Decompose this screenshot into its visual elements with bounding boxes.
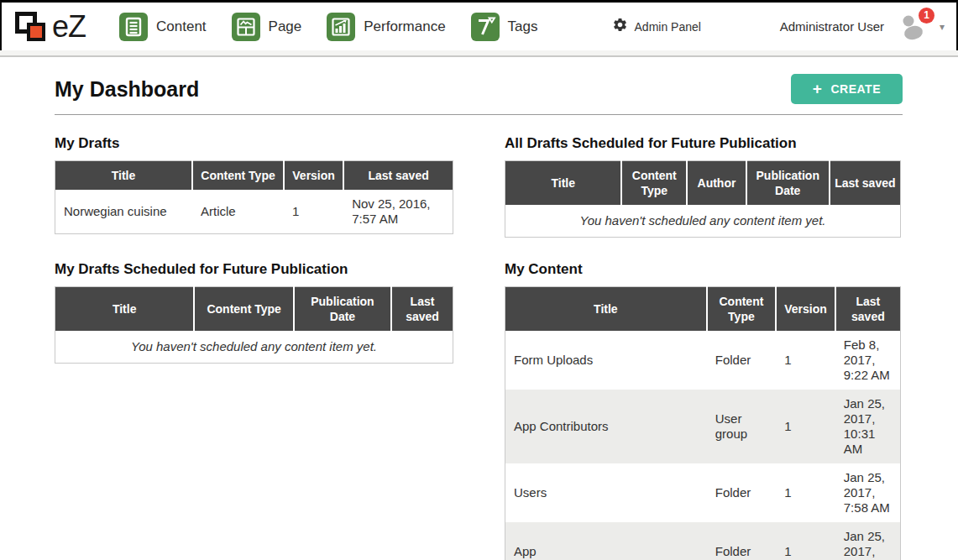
cell: Jan 25, 2017, 7:58 AM [835, 463, 901, 522]
notification-badge[interactable]: 1 [919, 8, 934, 24]
section-title-my-drafts-scheduled: My Drafts Scheduled for Future Publicati… [55, 261, 453, 278]
tags-icon [471, 13, 500, 41]
cell: 1 [776, 463, 835, 522]
table-row[interactable]: App ContributorsUser group1Jan 25, 2017,… [505, 390, 901, 463]
cell: Article [192, 190, 284, 234]
section-title-my-drafts: My Drafts [55, 135, 453, 152]
nav-label-page: Page [269, 18, 302, 35]
ez-logo[interactable]: eZ [13, 8, 86, 45]
cell: Jan 25, 2017, 7:55 AM [835, 522, 901, 560]
user-name: Administrator User [780, 19, 884, 34]
cell: Folder [707, 331, 776, 390]
header-row: TitleContent TypeVersionLast saved [55, 161, 453, 191]
nav-label-performance: Performance [364, 18, 445, 35]
page-header: My Dashboard + CREATE [55, 57, 903, 115]
table-row[interactable]: Norwegian cuisineArticle1Nov 25, 2016, 7… [55, 190, 453, 234]
cell: Folder [707, 463, 776, 522]
performance-icon [327, 13, 355, 41]
cell: User group [707, 390, 776, 463]
cell: 1 [776, 522, 835, 560]
nav-item-tags[interactable]: Tags [471, 13, 538, 41]
avatar: 1 [898, 11, 931, 43]
nav-label-content: Content [156, 18, 207, 35]
empty-row: You haven't scheduled any content item y… [55, 331, 453, 364]
cell: 1 [776, 390, 835, 463]
all-drafts-scheduled-table: TitleContent TypeAuthorPublication DateL… [505, 160, 901, 238]
column-header: Author [687, 161, 746, 206]
column-header: Content Type [621, 161, 687, 206]
page-title: My Dashboard [55, 77, 199, 102]
table-row[interactable]: AppFolder1Jan 25, 2017, 7:55 AM [505, 522, 901, 560]
admin-panel-label: Admin Panel [635, 20, 701, 34]
column-header: Last saved [343, 161, 453, 191]
column-header: Last saved [391, 287, 453, 332]
column-header: Title [55, 161, 193, 191]
cell: App [505, 522, 707, 560]
header-row: TitleContent TypePublication DateLast sa… [55, 287, 453, 332]
column-header: Last saved [830, 161, 901, 206]
nav-item-performance[interactable]: Performance [327, 13, 445, 41]
admin-panel-menu[interactable]: Admin Panel [612, 17, 701, 36]
cell: Users [505, 463, 707, 522]
dashboard-grid: My Drafts TitleContent TypeVersionLast s… [55, 135, 903, 560]
header-row: TitleContent TypeAuthorPublication DateL… [505, 161, 901, 206]
my-drafts-table: TitleContent TypeVersionLast savedNorweg… [55, 160, 453, 234]
ez-logo-text: eZ [52, 9, 86, 44]
column-header: Content Type [192, 161, 284, 191]
column-header: Publication Date [294, 287, 391, 332]
cell: Form Uploads [505, 331, 707, 390]
cell: Folder [707, 522, 776, 560]
page-icon [232, 13, 260, 41]
table-row[interactable]: UsersFolder1Jan 25, 2017, 7:58 AM [505, 463, 901, 522]
cell: 1 [776, 331, 835, 390]
nav-item-page[interactable]: Page [232, 13, 302, 41]
header-row: TitleContent TypeVersionLast saved [505, 287, 901, 332]
column-header: Title [55, 287, 195, 332]
empty-row: You haven't scheduled any content item y… [505, 205, 901, 238]
empty-message: You haven't scheduled any content item y… [55, 331, 453, 364]
cell: App Contributors [505, 390, 707, 463]
column-header: Title [505, 161, 622, 206]
column-header: Content Type [707, 287, 776, 332]
my-content-table: TitleContent TypeVersionLast savedForm U… [505, 286, 901, 560]
content-icon [119, 13, 148, 41]
section-my-content: My Content TitleContent TypeVersionLast … [505, 261, 901, 560]
main-nav: Content Page [119, 13, 538, 41]
plus-icon: + [813, 83, 823, 95]
column-header: Content Type [194, 287, 294, 332]
gear-icon [612, 17, 628, 36]
chevron-down-icon: ▾ [940, 21, 945, 33]
section-title-my-content: My Content [505, 261, 901, 278]
table-row[interactable]: Form UploadsFolder1Feb 8, 2017, 9:22 AM [505, 331, 901, 390]
my-drafts-scheduled-table: TitleContent TypePublication DateLast sa… [55, 286, 453, 364]
ez-logo-icon [13, 8, 50, 45]
cell: Nov 25, 2016, 7:57 AM [343, 190, 453, 234]
section-all-drafts-scheduled: All Drafts Scheduled for Future Publicat… [505, 135, 901, 238]
user-menu[interactable]: Administrator User 1 ▾ [780, 11, 945, 43]
create-button-label: CREATE [830, 82, 881, 96]
column-header: Version [776, 287, 835, 332]
cell: 1 [284, 190, 343, 234]
cell: Feb 8, 2017, 9:22 AM [835, 331, 901, 390]
section-my-drafts-scheduled: My Drafts Scheduled for Future Publicati… [55, 261, 453, 560]
nav-item-content[interactable]: Content [119, 13, 207, 41]
empty-message: You haven't scheduled any content item y… [505, 205, 901, 238]
column-header: Title [505, 287, 707, 332]
section-my-drafts: My Drafts TitleContent TypeVersionLast s… [55, 135, 453, 238]
cell: Jan 25, 2017, 10:31 AM [835, 390, 901, 463]
column-header: Last saved [835, 287, 901, 332]
cell: Norwegian cuisine [55, 190, 193, 234]
topbar-divider [0, 50, 958, 57]
create-button[interactable]: + CREATE [791, 74, 903, 104]
dashboard-page: My Dashboard + CREATE My Drafts TitleCon… [55, 57, 903, 560]
section-title-all-drafts-scheduled: All Drafts Scheduled for Future Publicat… [505, 135, 901, 152]
top-navigation-bar: eZ Content [0, 0, 958, 50]
column-header: Version [284, 161, 343, 191]
nav-label-tags: Tags [508, 18, 538, 35]
column-header: Publication Date [746, 161, 830, 206]
